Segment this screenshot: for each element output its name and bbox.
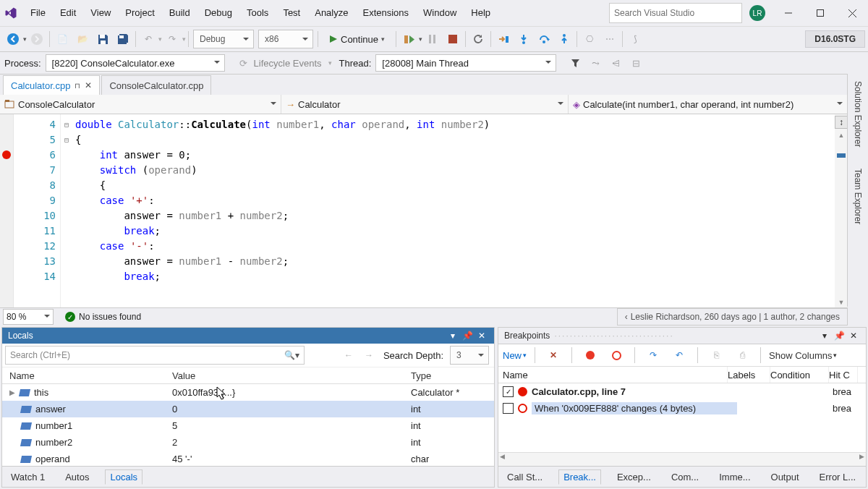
locals-row-this[interactable]: ▶this 0x010ffa93 {...} Calculator * xyxy=(2,384,494,401)
bp-columns-header[interactable]: Name Labels Condition Hit C xyxy=(498,367,866,383)
tab-callstack[interactable]: Call St... xyxy=(503,470,547,484)
process-combo[interactable]: [8220] ConsoleCalculator.exe xyxy=(46,54,225,72)
locals-row-answer[interactable]: answer 0 int xyxy=(2,401,494,417)
undo-icon[interactable]: ↶ xyxy=(139,30,158,48)
nav-project-combo[interactable]: ConsoleCalculator xyxy=(0,95,281,114)
tab-immediate[interactable]: Imme... xyxy=(715,470,754,484)
close-button[interactable] xyxy=(836,0,868,26)
tab-autos[interactable]: Autos xyxy=(61,470,93,484)
menu-edit[interactable]: Edit xyxy=(53,0,83,26)
save-all-icon[interactable] xyxy=(114,30,132,48)
tab-watch1[interactable]: Watch 1 xyxy=(7,470,49,484)
redo-icon[interactable]: ↷ xyxy=(163,30,182,48)
bp-delete-icon[interactable]: ✕ xyxy=(544,346,563,365)
bp-checkbox[interactable] xyxy=(503,403,514,414)
panel-dropdown-icon[interactable]: ▾ xyxy=(446,329,459,342)
search-depth-combo[interactable]: 3 xyxy=(450,346,489,365)
menu-extensions[interactable]: Extensions xyxy=(355,0,416,26)
fold-gutter[interactable]: ⊟⊟ xyxy=(61,114,72,307)
debug-icon-b[interactable]: ⋯ xyxy=(600,30,619,48)
nav-class-combo[interactable]: →Calculator xyxy=(281,95,569,114)
open-file-icon[interactable]: 📂 xyxy=(73,30,92,48)
bp-checkbox[interactable]: ✓ xyxy=(503,386,514,397)
bp-hscroll[interactable] xyxy=(498,452,866,466)
bp-dropdown-icon[interactable]: ▾ xyxy=(818,329,831,342)
bp-item-1[interactable]: ✓ Calculator.cpp, line 7 brea xyxy=(498,383,866,400)
nav-back-button[interactable] xyxy=(4,30,22,48)
code-text[interactable]: double Calculator::Calculate(int number1… xyxy=(72,114,835,307)
menu-view[interactable]: View xyxy=(83,0,118,26)
restart-icon[interactable] xyxy=(469,30,488,48)
show-next-stmt-icon[interactable] xyxy=(494,30,513,48)
lifecycle-label[interactable]: Lifecycle Events xyxy=(254,58,322,69)
bp-goto-icon[interactable]: ⎘ xyxy=(707,346,726,365)
menu-help[interactable]: Help xyxy=(464,0,498,26)
continue-button[interactable]: Continue ▾ xyxy=(323,30,391,48)
tab-consolecalculator[interactable]: ConsoleCalculator.cpp xyxy=(101,75,211,95)
bp-showcols-button[interactable]: Show Columns▾ xyxy=(769,350,837,361)
filter-icon[interactable] xyxy=(566,54,584,72)
nav-member-combo[interactable]: ◈Calculate(int number1, char operand, in… xyxy=(569,95,848,114)
debug-btn-1[interactable] xyxy=(399,30,418,48)
menu-build[interactable]: Build xyxy=(162,0,197,26)
bp-goto2-icon[interactable]: ⎙ xyxy=(733,346,752,365)
breakpoint-dot[interactable] xyxy=(2,150,11,159)
bp-enable-icon[interactable] xyxy=(581,346,600,365)
menu-project[interactable]: Project xyxy=(118,0,161,26)
solution-explorer-tab[interactable]: Solution Explorer xyxy=(851,77,865,151)
tab-calculator[interactable]: Calculator.cpp⊓✕ xyxy=(3,75,100,95)
nav-fwd-button[interactable] xyxy=(27,30,46,48)
tab-exceptions[interactable]: Excep... xyxy=(613,470,655,484)
tab-errorlist[interactable]: Error L... xyxy=(815,470,861,484)
zoom-combo[interactable]: 80 % xyxy=(3,309,54,325)
locals-columns[interactable]: Name Value Type xyxy=(2,367,494,384)
debug-icon-a[interactable]: ⎔ xyxy=(580,30,599,48)
breakpoint-gutter[interactable] xyxy=(0,114,14,307)
tab-output[interactable]: Output xyxy=(767,470,804,484)
filter2-icon[interactable]: ⤳ xyxy=(586,54,605,72)
menu-tools[interactable]: Tools xyxy=(239,0,276,26)
locals-header[interactable]: Locals ▾ 📌 ✕ xyxy=(2,328,494,344)
team-explorer-tab[interactable]: Team Explorer xyxy=(851,164,865,229)
close-tab-icon[interactable]: ✕ xyxy=(85,80,92,90)
filter4-icon[interactable]: ⊟ xyxy=(626,54,645,72)
codelens-info[interactable]: ‹ Leslie Richardson, 260 days ago | 1 au… xyxy=(617,308,848,326)
pause-icon[interactable] xyxy=(423,30,442,48)
bp-item-2[interactable]: When '0x009EF888' changes (4 bytes) brea xyxy=(498,400,866,417)
menu-test[interactable]: Test xyxy=(276,0,307,26)
pin-icon[interactable]: ⊓ xyxy=(75,82,80,90)
panel-pin-icon[interactable]: 📌 xyxy=(461,329,474,342)
minimize-button[interactable] xyxy=(773,0,804,26)
menu-debug[interactable]: Debug xyxy=(197,0,239,26)
prev-result-icon[interactable]: ← xyxy=(339,346,358,365)
user-avatar[interactable]: LR xyxy=(749,5,765,21)
thread-combo[interactable]: [28008] Main Thread xyxy=(375,54,556,72)
menu-window[interactable]: Window xyxy=(416,0,464,26)
search-input[interactable]: Search Visual Studio xyxy=(609,3,742,23)
locals-row-number2[interactable]: number2 2int xyxy=(2,434,494,451)
bp-list[interactable]: ✓ Calculator.cpp, line 7 brea When '0x00… xyxy=(498,383,866,452)
bp-new-button[interactable]: New▾ xyxy=(503,350,527,361)
menu-analyze[interactable]: Analyze xyxy=(307,0,355,26)
bp-import-icon[interactable]: ↷ xyxy=(644,346,663,365)
tab-command[interactable]: Com... xyxy=(667,470,703,484)
scroll-track[interactable]: ↕ ▲ ▼ xyxy=(835,114,848,307)
filter3-icon[interactable]: ⩤ xyxy=(606,54,625,72)
step-out-icon[interactable] xyxy=(555,30,574,48)
issues-badge[interactable]: ✓No issues found xyxy=(65,312,141,322)
debug-icon-c[interactable]: ⟆ xyxy=(626,30,644,48)
bp-pin-icon[interactable]: 📌 xyxy=(833,329,846,342)
step-into-icon[interactable] xyxy=(514,30,533,48)
search-icon[interactable]: 🔍▾ xyxy=(284,350,299,360)
platform-combo[interactable]: x86 xyxy=(258,30,313,48)
split-icon[interactable]: ↕ xyxy=(835,116,848,129)
stop-icon[interactable] xyxy=(443,30,462,48)
locals-grid[interactable]: ▶this 0x010ffa93 {...} Calculator * answ… xyxy=(2,384,494,466)
bp-disable-icon[interactable] xyxy=(607,346,626,365)
maximize-button[interactable] xyxy=(804,0,836,26)
tab-locals[interactable]: Locals xyxy=(105,469,142,485)
menu-file[interactable]: File xyxy=(23,0,53,26)
code-editor[interactable]: 4567891011121314 ⊟⊟ double Calculator::C… xyxy=(0,114,848,307)
next-result-icon[interactable]: → xyxy=(359,346,378,365)
lifecycle-icon[interactable]: ⟳ xyxy=(234,54,253,72)
